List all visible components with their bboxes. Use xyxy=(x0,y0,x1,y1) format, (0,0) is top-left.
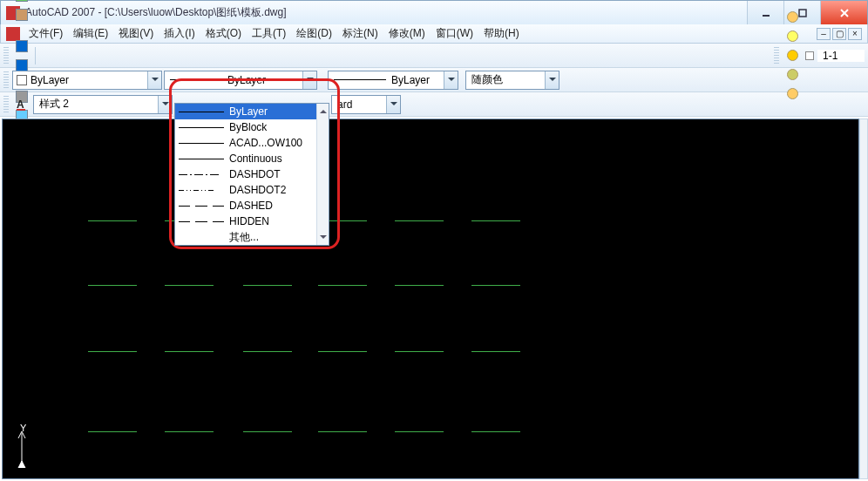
drawing-line[interactable] xyxy=(318,285,367,286)
linetype-sample-icon xyxy=(179,221,224,222)
linetype-option-label: DASHED xyxy=(229,200,273,212)
menu-item[interactable]: 插入(I) xyxy=(159,27,200,39)
menu-item[interactable]: 视图(V) xyxy=(113,27,159,39)
linetype-option[interactable]: HIDDEN xyxy=(175,213,329,229)
scroll-down-icon[interactable] xyxy=(317,233,329,245)
dropdown-arrow-icon[interactable] xyxy=(386,96,400,113)
linetype-option[interactable]: ByBlock xyxy=(175,119,329,135)
text-style-combo[interactable]: 样式 2 xyxy=(33,95,173,114)
drawing-line[interactable] xyxy=(471,220,520,221)
drawing-line[interactable] xyxy=(395,220,444,221)
drawing-canvas[interactable]: Y xyxy=(2,119,859,479)
window-title: AutoCAD 2007 - [C:\Users\luow\Desktop\图纸… xyxy=(25,5,747,20)
drawing-line[interactable] xyxy=(471,431,520,432)
menu-item[interactable]: 修改(M) xyxy=(383,27,431,39)
dropdown-arrow-icon[interactable] xyxy=(545,71,559,89)
match-prop-button[interactable] xyxy=(12,0,31,5)
paint-button[interactable] xyxy=(12,5,31,24)
layer-combo-text: ByLayer xyxy=(31,74,85,86)
layer-combo[interactable]: ByLayer xyxy=(12,71,162,90)
toolbar-grip[interactable] xyxy=(3,47,9,64)
drawing-line[interactable] xyxy=(165,351,214,352)
drawing-line[interactable] xyxy=(165,431,214,432)
drawing-line[interactable] xyxy=(471,285,520,286)
layer-on-icon xyxy=(787,30,798,42)
ucs-icon xyxy=(15,430,41,470)
drawing-line[interactable] xyxy=(318,431,367,432)
drawing-line[interactable] xyxy=(395,351,444,352)
drawing-line[interactable] xyxy=(318,351,367,352)
linetype-sample-icon xyxy=(179,159,224,159)
toolbar-grip[interactable] xyxy=(3,71,9,89)
linetype-dropdown-list[interactable]: ByLayerByBlockACAD...OW100ContinuousDASH… xyxy=(174,103,329,246)
menu-item[interactable]: 编辑(E) xyxy=(68,27,113,39)
linetype-option[interactable]: DASHDOT2 xyxy=(175,182,329,198)
dim-style-combo[interactable]: ard xyxy=(331,95,401,114)
scroll-up-icon[interactable] xyxy=(317,104,329,116)
properties-toolbar: ByLayer ByLayer ByLayer 随颜色 xyxy=(0,68,868,92)
drawing-line[interactable] xyxy=(243,351,292,352)
linetype-option-label: DASHDOT2 xyxy=(229,184,286,196)
document-path: [C:\Users\luow\Desktop\图纸\模板.dwg] xyxy=(105,6,287,18)
dropdown-arrow-icon[interactable] xyxy=(444,71,458,89)
toolbar-grip[interactable] xyxy=(774,47,779,64)
linetype-option[interactable]: DASHED xyxy=(175,198,329,213)
drawing-line[interactable] xyxy=(165,285,214,286)
drawing-line[interactable] xyxy=(88,285,137,286)
layer-lock-button[interactable] xyxy=(783,65,802,85)
drawing-line[interactable] xyxy=(471,351,520,352)
linetype-option-label: ByBlock xyxy=(229,121,267,133)
linetype-option-label: Continuous xyxy=(229,152,282,165)
layer-prev-button[interactable] xyxy=(783,85,802,104)
drawing-line[interactable] xyxy=(243,285,292,286)
linetype-sample-icon xyxy=(179,127,224,128)
linetype-option[interactable]: DASHDOT xyxy=(175,166,329,182)
layer-manager-icon xyxy=(787,11,798,23)
linetype-sample-icon xyxy=(179,190,224,191)
plotstyle-combo[interactable]: 随颜色 xyxy=(465,71,559,90)
menu-item[interactable]: 窗口(W) xyxy=(431,27,478,39)
text-style-icon[interactable]: A xyxy=(12,95,31,114)
menu-item[interactable]: 帮助(H) xyxy=(478,27,525,39)
lineweight-combo-text: ByLayer xyxy=(391,74,445,86)
lineweight-combo[interactable]: ByLayer xyxy=(328,71,458,90)
linetype-option[interactable]: ACAD...OW100 xyxy=(175,135,329,151)
linetype-option[interactable]: ByLayer xyxy=(175,104,329,119)
linetype-option-label: ByLayer xyxy=(229,105,268,118)
layer-scale-input[interactable] xyxy=(817,50,865,62)
canvas-vertical-scrollbar[interactable] xyxy=(859,119,868,479)
drawing-line[interactable] xyxy=(395,285,444,286)
svg-text:A: A xyxy=(17,98,24,111)
standard-toolbar xyxy=(0,44,868,68)
toolbar-grip[interactable] xyxy=(3,96,9,113)
window-titlebar: AutoCAD 2007 - [C:\Users\luow\Desktop\图纸… xyxy=(0,0,868,24)
dropdown-scrollbar[interactable] xyxy=(316,104,329,245)
drawing-line[interactable] xyxy=(88,431,137,432)
layer-color-swatch xyxy=(17,75,27,85)
redo-icon xyxy=(16,59,28,71)
drawing-line[interactable] xyxy=(243,431,292,432)
drawing-line[interactable] xyxy=(395,431,444,432)
dropdown-arrow-icon[interactable] xyxy=(158,96,172,113)
menu-item[interactable]: 工具(T) xyxy=(247,27,291,39)
linetype-option[interactable]: 其他... xyxy=(175,229,329,245)
linetype-option-label: HIDDEN xyxy=(229,215,269,227)
undo-button[interactable] xyxy=(12,37,31,56)
menu-item[interactable]: 标注(N) xyxy=(337,27,383,39)
dropdown-arrow-icon[interactable] xyxy=(147,71,161,89)
layer-on-button[interactable] xyxy=(783,27,802,46)
drawing-line[interactable] xyxy=(88,220,137,221)
menu-item[interactable]: 格式(O) xyxy=(200,27,247,39)
linetype-option-label: DASHDOT xyxy=(229,168,281,180)
menu-item[interactable]: 绘图(D) xyxy=(291,27,337,39)
linetype-sample-icon xyxy=(179,206,224,207)
linetype-option[interactable]: Continuous xyxy=(175,151,329,166)
linetype-option-label: 其他... xyxy=(229,230,259,245)
match-prop-icon xyxy=(16,0,28,2)
layer-manager-button[interactable] xyxy=(783,8,802,27)
drawing-line[interactable] xyxy=(88,351,137,352)
layer-freeze-button[interactable] xyxy=(783,46,802,65)
dropdown-arrow-icon[interactable] xyxy=(302,71,316,89)
linetype-combo[interactable]: ByLayer xyxy=(164,71,317,90)
plotstyle-combo-text: 随颜色 xyxy=(466,72,519,87)
